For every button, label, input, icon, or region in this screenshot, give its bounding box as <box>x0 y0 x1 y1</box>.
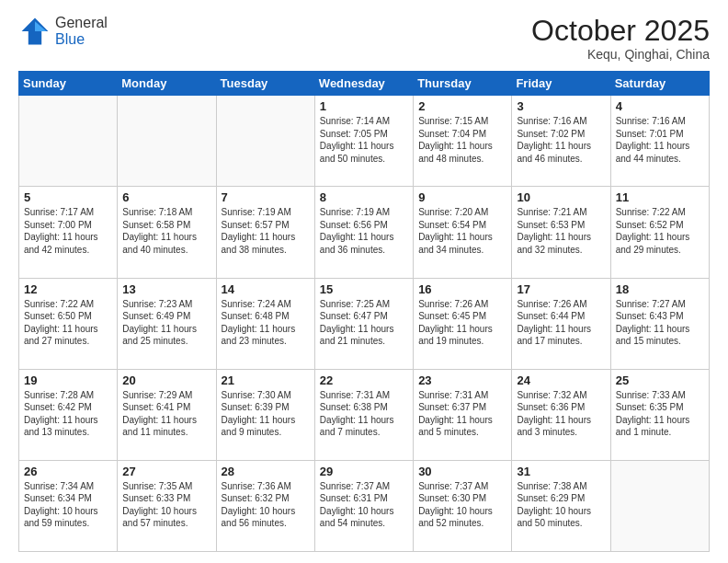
day-info: Sunrise: 7:30 AMSunset: 6:39 PMDaylight:… <box>222 389 310 439</box>
day-info: Sunrise: 7:31 AMSunset: 6:38 PMDaylight:… <box>320 389 408 439</box>
day-number: 16 <box>418 282 506 296</box>
calendar-cell: 11Sunrise: 7:22 AMSunset: 6:52 PMDayligh… <box>610 187 709 278</box>
day-info: Sunrise: 7:38 AMSunset: 6:29 PMDaylight:… <box>517 480 605 530</box>
logo-blue: Blue <box>55 31 108 48</box>
day-number: 17 <box>517 282 605 296</box>
calendar-cell: 4Sunrise: 7:16 AMSunset: 7:01 PMDaylight… <box>610 96 709 187</box>
calendar-cell: 28Sunrise: 7:36 AMSunset: 6:32 PMDayligh… <box>216 460 314 551</box>
day-header-saturday: Saturday <box>610 72 709 96</box>
calendar-cell: 23Sunrise: 7:31 AMSunset: 6:37 PMDayligh… <box>414 369 512 460</box>
calendar-cell: 27Sunrise: 7:35 AMSunset: 6:33 PMDayligh… <box>118 460 216 551</box>
calendar-cell: 8Sunrise: 7:19 AMSunset: 6:56 PMDaylight… <box>314 187 413 278</box>
week-row-4: 19Sunrise: 7:28 AMSunset: 6:42 PMDayligh… <box>19 369 710 460</box>
day-number: 2 <box>418 99 506 113</box>
day-number: 20 <box>122 373 210 387</box>
day-header-sunday: Sunday <box>19 72 118 96</box>
calendar-cell: 5Sunrise: 7:17 AMSunset: 7:00 PMDaylight… <box>19 187 118 278</box>
day-number: 1 <box>320 99 408 113</box>
day-info: Sunrise: 7:22 AMSunset: 6:50 PMDaylight:… <box>24 298 112 348</box>
day-info: Sunrise: 7:22 AMSunset: 6:52 PMDaylight:… <box>616 206 704 256</box>
calendar-cell: 9Sunrise: 7:20 AMSunset: 6:54 PMDaylight… <box>414 187 512 278</box>
calendar-cell: 16Sunrise: 7:26 AMSunset: 6:45 PMDayligh… <box>414 278 512 369</box>
day-info: Sunrise: 7:37 AMSunset: 6:31 PMDaylight:… <box>320 480 408 530</box>
day-info: Sunrise: 7:17 AMSunset: 7:00 PMDaylight:… <box>24 206 112 256</box>
page: General Blue October 2025 Kequ, Qinghai,… <box>0 0 728 563</box>
day-number: 23 <box>418 373 506 387</box>
day-number: 28 <box>222 465 310 478</box>
day-number: 14 <box>222 282 310 296</box>
calendar-cell: 14Sunrise: 7:24 AMSunset: 6:48 PMDayligh… <box>216 278 314 369</box>
day-number: 13 <box>122 282 210 296</box>
logo-text: General Blue <box>55 15 108 48</box>
day-header-monday: Monday <box>118 72 216 96</box>
day-number: 12 <box>24 282 112 296</box>
days-of-week-row: SundayMondayTuesdayWednesdayThursdayFrid… <box>19 72 710 96</box>
day-number: 24 <box>517 373 605 387</box>
calendar-cell: 31Sunrise: 7:38 AMSunset: 6:29 PMDayligh… <box>512 460 610 551</box>
calendar-cell: 7Sunrise: 7:19 AMSunset: 6:57 PMDaylight… <box>216 187 314 278</box>
day-number: 8 <box>320 190 408 204</box>
calendar-cell: 12Sunrise: 7:22 AMSunset: 6:50 PMDayligh… <box>19 278 118 369</box>
day-header-thursday: Thursday <box>414 72 512 96</box>
day-number: 9 <box>418 190 506 204</box>
day-info: Sunrise: 7:26 AMSunset: 6:45 PMDaylight:… <box>418 298 506 348</box>
header: General Blue October 2025 Kequ, Qinghai,… <box>18 15 710 62</box>
day-number: 30 <box>418 465 506 478</box>
calendar-cell: 22Sunrise: 7:31 AMSunset: 6:38 PMDayligh… <box>314 369 413 460</box>
day-number: 7 <box>222 190 310 204</box>
day-number: 27 <box>122 465 210 478</box>
day-info: Sunrise: 7:16 AMSunset: 7:02 PMDaylight:… <box>517 115 605 165</box>
day-info: Sunrise: 7:33 AMSunset: 6:35 PMDaylight:… <box>616 389 704 439</box>
logo-general: General <box>55 15 108 31</box>
calendar-cell: 20Sunrise: 7:29 AMSunset: 6:41 PMDayligh… <box>118 369 216 460</box>
logo: General Blue <box>18 15 108 48</box>
day-number: 21 <box>222 373 310 387</box>
day-info: Sunrise: 7:29 AMSunset: 6:41 PMDaylight:… <box>122 389 210 439</box>
day-info: Sunrise: 7:34 AMSunset: 6:34 PMDaylight:… <box>24 480 112 530</box>
calendar-cell <box>216 96 314 187</box>
day-info: Sunrise: 7:35 AMSunset: 6:33 PMDaylight:… <box>122 480 210 530</box>
week-row-5: 26Sunrise: 7:34 AMSunset: 6:34 PMDayligh… <box>19 460 710 551</box>
week-row-1: 1Sunrise: 7:14 AMSunset: 7:05 PMDaylight… <box>19 96 710 187</box>
day-number: 3 <box>517 99 605 113</box>
day-header-wednesday: Wednesday <box>314 72 413 96</box>
day-info: Sunrise: 7:27 AMSunset: 6:43 PMDaylight:… <box>616 298 704 348</box>
calendar-cell: 6Sunrise: 7:18 AMSunset: 6:58 PMDaylight… <box>118 187 216 278</box>
calendar-cell: 13Sunrise: 7:23 AMSunset: 6:49 PMDayligh… <box>118 278 216 369</box>
day-number: 26 <box>24 465 112 478</box>
calendar-cell: 1Sunrise: 7:14 AMSunset: 7:05 PMDaylight… <box>314 96 413 187</box>
day-header-friday: Friday <box>512 72 610 96</box>
day-info: Sunrise: 7:28 AMSunset: 6:42 PMDaylight:… <box>24 389 112 439</box>
calendar-cell: 24Sunrise: 7:32 AMSunset: 6:36 PMDayligh… <box>512 369 610 460</box>
calendar-body: 1Sunrise: 7:14 AMSunset: 7:05 PMDaylight… <box>19 96 710 552</box>
title-block: October 2025 Kequ, Qinghai, China <box>531 15 710 62</box>
month-title: October 2025 <box>531 15 710 47</box>
day-info: Sunrise: 7:14 AMSunset: 7:05 PMDaylight:… <box>320 115 408 165</box>
calendar-cell: 19Sunrise: 7:28 AMSunset: 6:42 PMDayligh… <box>19 369 118 460</box>
calendar-cell: 25Sunrise: 7:33 AMSunset: 6:35 PMDayligh… <box>610 369 709 460</box>
day-info: Sunrise: 7:19 AMSunset: 6:56 PMDaylight:… <box>320 206 408 256</box>
calendar-cell: 18Sunrise: 7:27 AMSunset: 6:43 PMDayligh… <box>610 278 709 369</box>
day-info: Sunrise: 7:21 AMSunset: 6:53 PMDaylight:… <box>517 206 605 256</box>
calendar-cell: 17Sunrise: 7:26 AMSunset: 6:44 PMDayligh… <box>512 278 610 369</box>
day-info: Sunrise: 7:25 AMSunset: 6:47 PMDaylight:… <box>320 298 408 348</box>
calendar-cell: 21Sunrise: 7:30 AMSunset: 6:39 PMDayligh… <box>216 369 314 460</box>
day-number: 18 <box>616 282 704 296</box>
day-number: 19 <box>24 373 112 387</box>
day-number: 15 <box>320 282 408 296</box>
day-info: Sunrise: 7:20 AMSunset: 6:54 PMDaylight:… <box>418 206 506 256</box>
logo-icon <box>18 15 51 48</box>
day-number: 6 <box>122 190 210 204</box>
calendar-cell: 10Sunrise: 7:21 AMSunset: 6:53 PMDayligh… <box>512 187 610 278</box>
calendar-cell: 29Sunrise: 7:37 AMSunset: 6:31 PMDayligh… <box>314 460 413 551</box>
day-number: 29 <box>320 465 408 478</box>
day-info: Sunrise: 7:23 AMSunset: 6:49 PMDaylight:… <box>122 298 210 348</box>
day-header-tuesday: Tuesday <box>216 72 314 96</box>
location: Kequ, Qinghai, China <box>531 47 710 62</box>
calendar-cell: 30Sunrise: 7:37 AMSunset: 6:30 PMDayligh… <box>414 460 512 551</box>
day-number: 5 <box>24 190 112 204</box>
calendar-cell: 3Sunrise: 7:16 AMSunset: 7:02 PMDaylight… <box>512 96 610 187</box>
calendar-cell: 26Sunrise: 7:34 AMSunset: 6:34 PMDayligh… <box>19 460 118 551</box>
svg-marker-1 <box>35 21 47 31</box>
calendar-cell <box>19 96 118 187</box>
